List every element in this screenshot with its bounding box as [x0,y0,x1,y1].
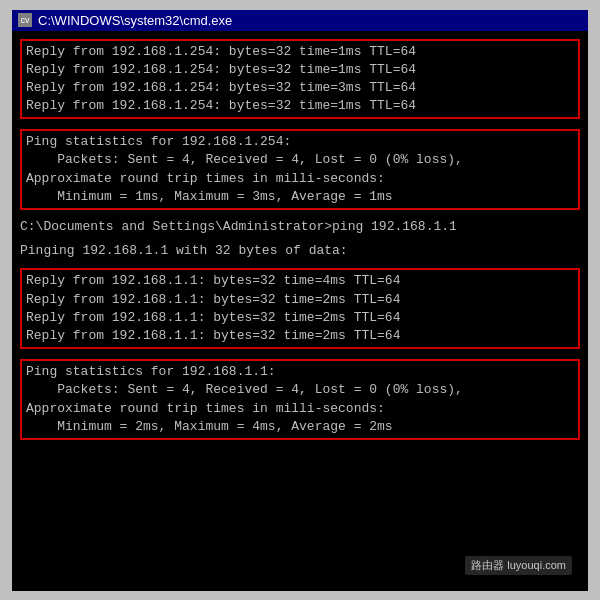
stats-1-approx: Approximate round trip times in milli-se… [26,170,574,188]
window-title: C:\WINDOWS\system32\cmd.exe [38,13,232,28]
reply-1-1: Reply from 192.168.1.254: bytes=32 time=… [26,43,574,61]
reply-2-4: Reply from 192.168.1.1: bytes=32 time=2m… [26,327,574,345]
reply-2-1: Reply from 192.168.1.1: bytes=32 time=4m… [26,272,574,290]
stats-1-minmax: Minimum = 1ms, Maximum = 3ms, Average = … [26,188,574,206]
reply-1-2: Reply from 192.168.1.254: bytes=32 time=… [26,61,574,79]
stats-box-1: Ping statistics for 192.168.1.254: Packe… [20,129,580,210]
reply-box-2: Reply from 192.168.1.1: bytes=32 time=4m… [20,268,580,349]
window-container: cv C:\WINDOWS\system32\cmd.exe Reply fro… [10,8,590,593]
stats-1-header: Ping statistics for 192.168.1.254: [26,133,574,151]
reply-2-3: Reply from 192.168.1.1: bytes=32 time=2m… [26,309,574,327]
stats-2-approx: Approximate round trip times in milli-se… [26,400,574,418]
stats-1-packets: Packets: Sent = 4, Received = 4, Lost = … [26,151,574,169]
pinging-2: Pinging 192.168.1.1 with 32 bytes of dat… [20,242,580,260]
command-2: C:\Documents and Settings\Administrator>… [20,218,580,236]
window-icon: cv [18,13,32,27]
reply-2-2: Reply from 192.168.1.1: bytes=32 time=2m… [26,291,574,309]
cmd-body: Reply from 192.168.1.254: bytes=32 time=… [12,31,588,591]
stats-2-header: Ping statistics for 192.168.1.1: [26,363,574,381]
reply-1-4: Reply from 192.168.1.254: bytes=32 time=… [26,97,574,115]
stats-2-packets: Packets: Sent = 4, Received = 4, Lost = … [26,381,574,399]
cmd-window: cv C:\WINDOWS\system32\cmd.exe Reply fro… [10,8,590,593]
title-bar: cv C:\WINDOWS\system32\cmd.exe [12,10,588,31]
reply-box-1: Reply from 192.168.1.254: bytes=32 time=… [20,39,580,120]
stats-box-2: Ping statistics for 192.168.1.1: Packets… [20,359,580,440]
reply-1-3: Reply from 192.168.1.254: bytes=32 time=… [26,79,574,97]
stats-2-minmax: Minimum = 2ms, Maximum = 4ms, Average = … [26,418,574,436]
